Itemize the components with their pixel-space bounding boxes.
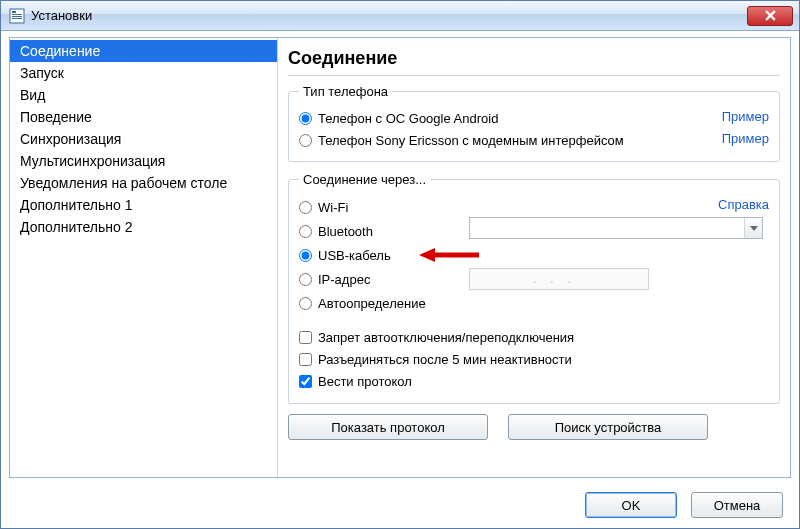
label-phone-sony: Телефон Sony Ericsson с модемным интерфе… (318, 133, 769, 148)
svg-rect-4 (12, 18, 22, 19)
radio-wifi[interactable] (299, 201, 312, 214)
titlebar: Установки (1, 1, 799, 31)
svg-marker-6 (419, 248, 435, 262)
sidebar-item-view[interactable]: Вид (10, 84, 277, 106)
chevron-down-icon (750, 226, 758, 231)
sidebar-item-desktop-notifications[interactable]: Уведомления на рабочем столе (10, 172, 277, 194)
sidebar-item-advanced-1[interactable]: Дополнительно 1 (10, 194, 277, 216)
combo-dropdown-button[interactable] (744, 218, 762, 238)
protocol-button-row: Показать протокол Поиск устройства (288, 414, 780, 440)
arrow-annotation (419, 246, 479, 264)
label-bluetooth: Bluetooth (318, 224, 373, 239)
settings-window: Установки Соединение Запуск Вид Поведени… (0, 0, 800, 529)
app-icon (9, 8, 25, 24)
radio-phone-android[interactable] (299, 112, 312, 125)
close-button[interactable] (747, 6, 793, 26)
sidebar-item-behavior[interactable]: Поведение (10, 106, 277, 128)
phone-type-legend: Тип телефона (299, 84, 392, 99)
sidebar-item-sync[interactable]: Синхронизация (10, 128, 277, 150)
close-icon (765, 10, 776, 21)
window-title: Установки (31, 8, 747, 23)
svg-rect-1 (12, 11, 16, 13)
label-wifi: Wi-Fi (318, 200, 348, 215)
check-no-autodisconnect[interactable] (299, 331, 312, 344)
label-ip: IP-адрес (318, 272, 370, 287)
label-log-protocol: Вести протокол (318, 374, 412, 389)
panel-heading: Соединение (288, 44, 780, 76)
connection-via-group: Соединение через... Справка Wi-Fi Blueto… (288, 172, 780, 404)
example-link-android[interactable]: Пример (722, 109, 769, 124)
radio-bluetooth[interactable] (299, 225, 312, 238)
content-area: Соединение Запуск Вид Поведение Синхрони… (9, 37, 791, 478)
settings-sidebar: Соединение Запуск Вид Поведение Синхрони… (10, 38, 278, 477)
radio-phone-sony[interactable] (299, 134, 312, 147)
example-link-sony[interactable]: Пример (722, 131, 769, 146)
check-disconnect-idle[interactable] (299, 353, 312, 366)
bluetooth-device-combo[interactable] (469, 217, 763, 239)
label-no-autodisconnect: Запрет автоотключения/переподключения (318, 330, 574, 345)
sidebar-item-connection[interactable]: Соединение (10, 40, 277, 62)
svg-rect-2 (12, 14, 22, 15)
label-disconnect-idle: Разъединяться после 5 мин неактивности (318, 352, 572, 367)
connection-via-legend: Соединение через... (299, 172, 430, 187)
radio-usb[interactable] (299, 249, 312, 262)
cancel-button[interactable]: Отмена (691, 492, 783, 518)
main-panel: Соединение Тип телефона Пример Пример Те… (278, 38, 790, 477)
show-protocol-button[interactable]: Показать протокол (288, 414, 488, 440)
radio-ip[interactable] (299, 273, 312, 286)
label-phone-android: Телефон с ОС Google Android (318, 111, 769, 126)
sidebar-item-startup[interactable]: Запуск (10, 62, 277, 84)
sidebar-item-multisync[interactable]: Мультисинхронизация (10, 150, 277, 172)
svg-rect-3 (12, 16, 22, 17)
ok-button[interactable]: OK (585, 492, 677, 518)
sidebar-item-advanced-2[interactable]: Дополнительно 2 (10, 216, 277, 238)
label-autodetect: Автоопределение (318, 296, 426, 311)
dialog-footer: OK Отмена (585, 492, 783, 518)
phone-type-group: Тип телефона Пример Пример Телефон с ОС … (288, 84, 780, 162)
label-usb: USB-кабель (318, 248, 391, 263)
radio-autodetect[interactable] (299, 297, 312, 310)
ip-address-field[interactable]: ... (469, 268, 649, 290)
check-log-protocol[interactable] (299, 375, 312, 388)
search-device-button[interactable]: Поиск устройства (508, 414, 708, 440)
